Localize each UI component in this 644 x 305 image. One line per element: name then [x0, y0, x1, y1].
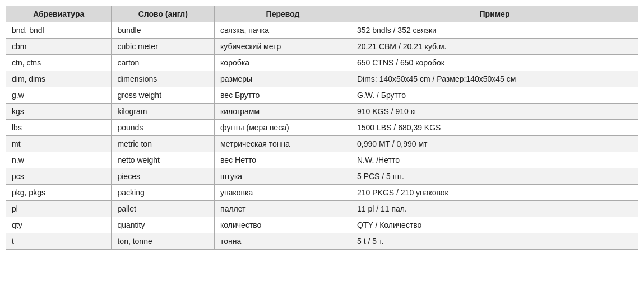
cell-translation: вес Брутто [215, 87, 351, 104]
header-translation: Перевод [215, 6, 351, 22]
cell-translation: килограмм [215, 104, 351, 120]
table-row: bnd, bndlbundleсвязка, пачка352 bndls / … [6, 22, 638, 39]
header-word: Слово (англ) [112, 6, 215, 22]
cell-abbr: pcs [6, 168, 112, 185]
cell-abbr: qty [6, 217, 112, 233]
cell-translation: фунты (мера веса) [215, 120, 351, 136]
cell-abbr: pl [6, 201, 112, 217]
table-header-row: Абревиатура Слово (англ) Перевод Пример [6, 6, 638, 22]
cell-word: metric ton [112, 136, 215, 152]
cell-translation: коробка [215, 55, 351, 71]
table-row: g.wgross weightвес БруттоG.W. / Брутто [6, 87, 638, 104]
table-row: ctn, ctnscartonкоробка650 CTNS / 650 кор… [6, 55, 638, 71]
cell-translation: связка, пачка [215, 22, 351, 39]
cell-abbr: ctn, ctns [6, 55, 112, 71]
table-row: plpalletпаллет11 pl / 11 пал. [6, 201, 638, 217]
cell-abbr: cbm [6, 39, 112, 55]
cell-translation: метрическая тонна [215, 136, 351, 152]
table-row: cbmcubic meterкубический метр20.21 CBM /… [6, 39, 638, 55]
cell-abbr: g.w [6, 87, 112, 104]
cell-example: 650 CTNS / 650 коробок [351, 55, 638, 71]
abbreviation-table: Абревиатура Слово (англ) Перевод Пример … [6, 6, 638, 250]
table-row: qtyquantityколичествоQTY / Количество [6, 217, 638, 233]
table-row: mtmetric tonметрическая тонна0,990 MT / … [6, 136, 638, 152]
cell-translation: упаковка [215, 185, 351, 201]
table-row: lbspoundsфунты (мера веса) 1500 LBS / 68… [6, 120, 638, 136]
table-row: tton, tonneтонна5 t / 5 т. [6, 233, 638, 250]
cell-abbr: bnd, bndl [6, 22, 112, 39]
cell-word: cubic meter [112, 39, 215, 55]
cell-word: bundle [112, 22, 215, 39]
cell-abbr: dim, dims [6, 71, 112, 87]
cell-example: 210 PKGS / 210 упаковок [351, 185, 638, 201]
cell-example: QTY / Количество [351, 217, 638, 233]
cell-abbr: t [6, 233, 112, 250]
cell-word: gross weight [112, 87, 215, 104]
cell-abbr: kgs [6, 104, 112, 120]
cell-example: Dims: 140x50x45 cm / Размер:140x50x45 см [351, 71, 638, 87]
header-abbr: Абревиатура [6, 6, 112, 22]
cell-word: pieces [112, 168, 215, 185]
table-row: kgskilogramкилограмм910 KGS / 910 кг [6, 104, 638, 120]
cell-example: G.W. / Брутто [351, 87, 638, 104]
cell-example: 0,990 MT / 0,990 мт [351, 136, 638, 152]
cell-translation: тонна [215, 233, 351, 250]
cell-translation: кубический метр [215, 39, 351, 55]
cell-abbr: mt [6, 136, 112, 152]
cell-example: 11 pl / 11 пал. [351, 201, 638, 217]
cell-word: kilogram [112, 104, 215, 120]
cell-translation: штука [215, 168, 351, 185]
cell-word: pallet [112, 201, 215, 217]
header-example: Пример [351, 6, 638, 22]
cell-example: 910 KGS / 910 кг [351, 104, 638, 120]
cell-word: ton, tonne [112, 233, 215, 250]
cell-translation: вес Нетто [215, 152, 351, 168]
cell-example: N.W. /Нетто [351, 152, 638, 168]
cell-example: 352 bndls / 352 связки [351, 22, 638, 39]
table-row: pkg, pkgspackingупаковка210 PKGS / 210 у… [6, 185, 638, 201]
cell-translation: количество [215, 217, 351, 233]
cell-word: quantity [112, 217, 215, 233]
cell-abbr: n.w [6, 152, 112, 168]
cell-abbr: lbs [6, 120, 112, 136]
cell-word: netto weight [112, 152, 215, 168]
cell-example: 5 t / 5 т. [351, 233, 638, 250]
cell-translation: паллет [215, 201, 351, 217]
cell-example: 5 PCS / 5 шт. [351, 168, 638, 185]
cell-example: 1500 LBS / 680,39 KGS [351, 120, 638, 136]
cell-word: carton [112, 55, 215, 71]
cell-word: dimensions [112, 71, 215, 87]
cell-abbr: pkg, pkgs [6, 185, 112, 201]
table-row: n.wnetto weightвес НеттоN.W. /Нетто [6, 152, 638, 168]
cell-translation: размеры [215, 71, 351, 87]
cell-example: 20.21 CBM / 20.21 куб.м. [351, 39, 638, 55]
table-row: dim, dimsdimensionsразмерыDims: 140x50x4… [6, 71, 638, 87]
cell-word: pounds [112, 120, 215, 136]
cell-word: packing [112, 185, 215, 201]
table-row: pcspiecesштука 5 PCS / 5 шт. [6, 168, 638, 185]
